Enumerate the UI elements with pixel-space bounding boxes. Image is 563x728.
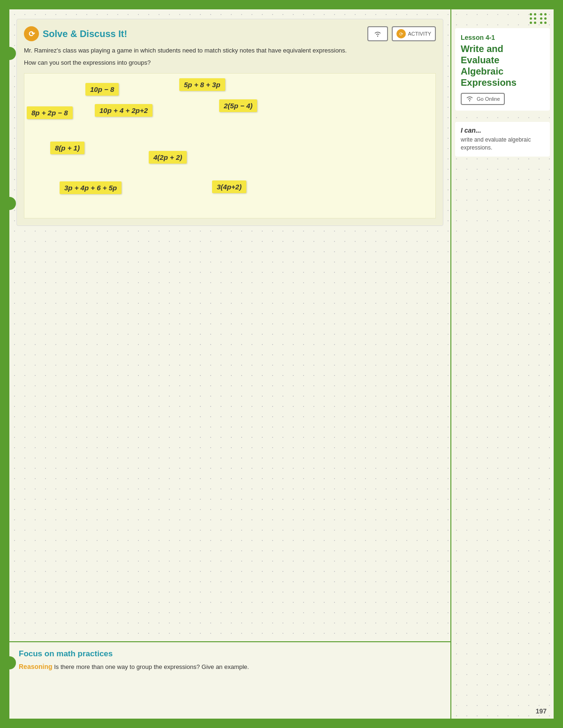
sticky-note-7: 4(2p + 2) bbox=[149, 151, 187, 164]
focus-section: Focus on math practices Reasoning Is the… bbox=[9, 641, 450, 719]
sticky-note-6: 8(p + 1) bbox=[50, 142, 84, 154]
solve-title-text: Solve & Discuss It! bbox=[43, 29, 127, 39]
wifi-button[interactable] bbox=[367, 26, 388, 41]
dot-group-1 bbox=[530, 13, 536, 24]
work-area bbox=[9, 192, 450, 639]
lesson-box: Lesson 4-1 Write and Evaluate Algebraic … bbox=[455, 28, 550, 111]
can-title: I can... bbox=[461, 127, 544, 134]
focus-title: Focus on math practices bbox=[19, 649, 441, 659]
main-content: ⟳ Solve & Discuss It! ⟳ ACTIVITY bbox=[9, 9, 450, 719]
activity-label: ACTIVITY bbox=[408, 31, 431, 37]
can-text: write and evaluate algebraic expressions… bbox=[461, 136, 544, 152]
go-online-label: Go Online bbox=[477, 96, 500, 102]
go-online-button[interactable]: Go Online bbox=[461, 93, 505, 105]
sticky-note-9: 3(4p+2) bbox=[212, 180, 246, 193]
wifi-icon-sidebar bbox=[465, 96, 474, 102]
lesson-label: Lesson 4-1 bbox=[461, 34, 544, 41]
sidebar: Lesson 4-1 Write and Evaluate Algebraic … bbox=[450, 9, 554, 719]
sticky-note-2: 5p + 8 + 3p bbox=[179, 78, 225, 91]
reasoning-text: Reasoning Is there more than one way to … bbox=[19, 661, 441, 672]
hole-punch-1 bbox=[3, 47, 16, 60]
page-number: 197 bbox=[536, 707, 547, 715]
activity-button[interactable]: ⟳ ACTIVITY bbox=[392, 26, 436, 41]
sticky-note-3: 8p + 2p − 8 bbox=[27, 106, 73, 119]
problem-question: How can you sort the expressions into gr… bbox=[24, 59, 436, 66]
solve-icon: ⟳ bbox=[24, 26, 39, 41]
sticky-note-5: 2(5p − 4) bbox=[219, 99, 257, 112]
dot-group-2 bbox=[540, 13, 547, 24]
sticky-note-1: 10p − 8 bbox=[85, 83, 119, 96]
wifi-icon bbox=[373, 30, 382, 38]
page-container: ⟳ Solve & Discuss It! ⟳ ACTIVITY bbox=[9, 9, 554, 719]
reasoning-body: Is there more than one way to group the … bbox=[54, 663, 249, 670]
solve-header: ⟳ Solve & Discuss It! ⟳ ACTIVITY bbox=[24, 26, 436, 41]
sidebar-top-dots bbox=[530, 13, 547, 24]
reasoning-label: Reasoning bbox=[19, 663, 53, 670]
lesson-title: Write and Evaluate Algebraic Expressions bbox=[461, 43, 544, 88]
header-buttons: ⟳ ACTIVITY bbox=[367, 26, 436, 41]
hole-punch-2 bbox=[3, 197, 16, 210]
activity-icon: ⟳ bbox=[396, 29, 406, 38]
sticky-note-4: 10p + 4 + 2p+2 bbox=[95, 104, 152, 117]
problem-text: Mr. Ramirez's class was playing a game i… bbox=[24, 46, 436, 55]
solve-title: ⟳ Solve & Discuss It! bbox=[24, 26, 127, 41]
hole-punch-3 bbox=[3, 656, 16, 669]
i-can-box: I can... write and evaluate algebraic ex… bbox=[455, 122, 550, 157]
